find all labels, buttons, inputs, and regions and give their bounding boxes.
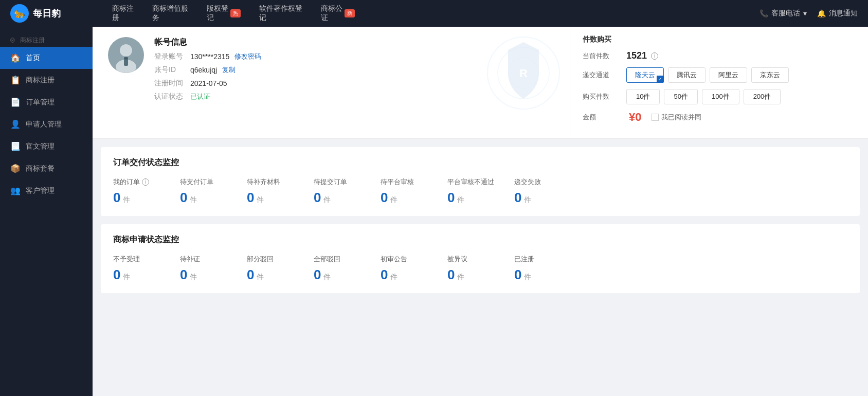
- stat-value: 0: [381, 190, 388, 205]
- trademark-stat-item[interactable]: 被异议 0 件: [447, 255, 514, 283]
- qty-btn-100[interactable]: 100件: [702, 89, 739, 104]
- main-layout: ® 商标注册 🏠 首页 📋 商标注册 📄 订单管理 👤 申请人管理 📃 官文管理…: [0, 27, 868, 396]
- stat-info-icon[interactable]: i: [142, 178, 149, 186]
- nav-trademark-value[interactable]: 商标增值服务: [143, 0, 197, 27]
- stat-unit: 件: [257, 195, 264, 204]
- notification-label: 消息通知: [829, 9, 858, 18]
- channel-btn-jd[interactable]: 京东云: [751, 67, 789, 83]
- nav-trademark-notarization[interactable]: 商标公证 新: [312, 0, 364, 27]
- order-monitor-section: 订单交付状态监控 我的订单 i 0 件 待支付订单 0 件 待补齐材料: [101, 147, 860, 216]
- order-stat-item[interactable]: 待平台审核 0 件: [381, 177, 447, 206]
- stat-value-wrap: 0 件: [247, 267, 298, 283]
- nav-copyright[interactable]: 版权登记 热: [197, 0, 250, 27]
- logo[interactable]: 🐆 每日豹: [10, 4, 82, 23]
- stat-label: 被异议: [447, 255, 499, 264]
- trademark-stat-item[interactable]: 全部驳回 0 件: [314, 255, 381, 283]
- sidebar-item-customer[interactable]: 👥 客户管理: [0, 179, 93, 202]
- trademark-stat-item[interactable]: 已注册 0 件: [514, 255, 581, 283]
- qty-row: 购买件数 10件 50件 100件 200件: [583, 89, 856, 104]
- profile-panel: 帐号信息 登录账号 130****2315 修改密码 账号ID q6ekujqj…: [93, 27, 570, 138]
- nav-software-copyright[interactable]: 软件著作权登记: [250, 0, 312, 27]
- channel-btn-longtian[interactable]: 隆天云: [626, 67, 664, 83]
- stat-unit: 件: [323, 273, 331, 281]
- stat-label: 已注册: [514, 255, 566, 264]
- count-wrap: 1521 i: [626, 50, 658, 61]
- qty-btn-50[interactable]: 50件: [664, 89, 697, 104]
- order-stat-item[interactable]: 我的订单 i 0 件: [113, 177, 180, 206]
- nav-badge-hot: 热: [230, 9, 241, 17]
- nav-menu: 商标注册 商标增值服务 版权登记 热 软件著作权登记 商标公证 新: [103, 0, 760, 27]
- order-stat-item[interactable]: 待补齐材料 0 件: [247, 177, 314, 206]
- channel-btn-aliyun[interactable]: 阿里云: [710, 67, 747, 83]
- channel-row: 递交通道 隆天云 腾讯云 阿里云 京东云: [583, 67, 856, 83]
- login-label: 登录账号: [154, 52, 185, 61]
- stat-value-wrap: 0 件: [314, 267, 365, 283]
- trademark-stats-row: 不予受理 0 件 待补证 0 件 部分驳回 0 件 全部驳回 0 件 初: [113, 255, 847, 283]
- sidebar-item-home[interactable]: 🏠 首页: [0, 47, 93, 69]
- order-stat-item[interactable]: 平台审核不通过 0 件: [447, 177, 514, 206]
- avatar-svg: [108, 37, 144, 73]
- sidebar: ® 商标注册 🏠 首页 📋 商标注册 📄 订单管理 👤 申请人管理 📃 官文管理…: [0, 27, 93, 396]
- stat-value: 0: [381, 267, 388, 282]
- purchase-title: 件数购买: [583, 35, 856, 44]
- account-id-label: 账号ID: [154, 65, 185, 75]
- customer-service[interactable]: 📞 客服电话 ▾: [760, 9, 807, 18]
- sidebar-item-trademark-register[interactable]: 📋 商标注册: [0, 69, 93, 91]
- shield-bg-graphic: R: [482, 32, 565, 116]
- svg-text:R: R: [519, 67, 528, 80]
- stat-value-wrap: 0 件: [180, 190, 231, 206]
- nav-trademark-register[interactable]: 商标注册: [103, 0, 143, 27]
- phone-icon: 📞: [760, 9, 768, 17]
- stat-value-wrap: 0 件: [514, 190, 566, 206]
- stat-value: 0: [314, 190, 321, 205]
- profile-info: 帐号信息 登录账号 130****2315 修改密码 账号ID q6ekujqj…: [154, 37, 261, 101]
- qty-label: 购买件数: [583, 92, 619, 101]
- change-password-link[interactable]: 修改密码: [234, 52, 261, 61]
- stat-value: 0: [514, 190, 521, 205]
- trademark-stat-item[interactable]: 待补证 0 件: [180, 255, 247, 283]
- channel-btn-tencent[interactable]: 腾讯云: [668, 67, 706, 83]
- qty-btn-10[interactable]: 10件: [626, 89, 660, 104]
- stat-value: 0: [514, 267, 521, 282]
- notification[interactable]: 🔔 消息通知: [817, 9, 858, 18]
- trademark-monitor-section: 商标申请状态监控 不予受理 0 件 待补证 0 件 部分驳回 0 件 全部驳回 …: [101, 224, 860, 293]
- home-icon: 🏠: [10, 53, 21, 63]
- order-stat-item[interactable]: 待支付订单 0 件: [180, 177, 247, 206]
- qty-options: 10件 50件 100件 200件: [626, 89, 781, 104]
- trademark-stat-item[interactable]: 不予受理 0 件: [113, 255, 180, 283]
- doc-icon: 📃: [10, 141, 21, 151]
- stat-value-wrap: 0 件: [113, 267, 165, 283]
- copy-button[interactable]: 复制: [222, 65, 236, 75]
- sidebar-item-official-doc[interactable]: 📃 官文管理: [0, 135, 93, 157]
- stat-value-wrap: 0 件: [180, 267, 231, 283]
- agree-row: 我已阅读并同: [652, 113, 701, 122]
- trademark-stat-item[interactable]: 部分驳回 0 件: [247, 255, 314, 283]
- stat-unit: 件: [390, 195, 397, 204]
- count-info-icon[interactable]: i: [651, 52, 658, 60]
- sidebar-label-customer: 客户管理: [26, 186, 55, 195]
- auth-row: 认证状态 已认证: [154, 92, 261, 101]
- nav-badge-new: 新: [345, 9, 355, 17]
- stat-value-wrap: 0 件: [447, 190, 499, 206]
- stat-unit: 件: [190, 195, 197, 204]
- sidebar-item-order[interactable]: 📄 订单管理: [0, 91, 93, 113]
- profile-title: 帐号信息: [154, 37, 187, 48]
- order-stat-item[interactable]: 递交失败 0 件: [514, 177, 581, 206]
- agree-checkbox[interactable]: [652, 114, 659, 121]
- qty-btn-200[interactable]: 200件: [744, 89, 781, 104]
- sidebar-label-package: 商标套餐: [26, 164, 55, 173]
- sidebar-label-order: 订单管理: [26, 98, 55, 107]
- stat-label: 待补证: [180, 255, 231, 264]
- stat-label: 平台审核不通过: [447, 177, 499, 187]
- login-value: 130****2315: [190, 52, 229, 61]
- order-stat-item[interactable]: 待提交订单 0 件: [314, 177, 381, 206]
- stat-value: 0: [447, 267, 455, 282]
- stat-value: 0: [447, 190, 455, 205]
- sidebar-item-applicant[interactable]: 👤 申请人管理: [0, 113, 93, 135]
- stat-unit: 件: [524, 273, 531, 281]
- trademark-stat-item[interactable]: 初审公告 0 件: [381, 255, 447, 283]
- sidebar-item-package[interactable]: 📦 商标套餐: [0, 157, 93, 179]
- sidebar-label-applicant: 申请人管理: [26, 120, 62, 129]
- auth-value: 已认证: [190, 92, 210, 101]
- logo-text: 每日豹: [33, 7, 61, 20]
